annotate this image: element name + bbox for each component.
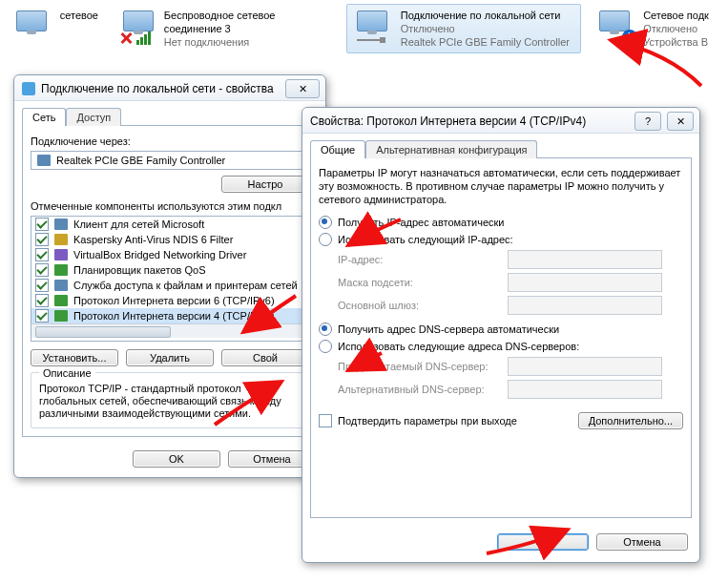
scroll-thumb[interactable]: [35, 326, 171, 338]
list-item-ipv4[interactable]: Протокол Интернета версии 4 (TCP/IPv4): [31, 308, 308, 323]
close-icon: ✕: [299, 83, 307, 95]
radio-icon[interactable]: [319, 323, 332, 336]
checkbox[interactable]: [319, 414, 332, 427]
tab-label: Альтернативная конфигурация: [376, 144, 527, 156]
net-conn-bluetooth[interactable]: ᛒ Сетевое подк Отключено Устройства B: [589, 4, 722, 53]
install-button[interactable]: Установить...: [31, 349, 118, 366]
scrollbar[interactable]: [31, 323, 308, 338]
properties-button[interactable]: Свой: [221, 349, 309, 366]
bluetooth-icon: ᛒ: [622, 30, 637, 45]
net-status: Отключено: [643, 22, 709, 35]
mask-input: [508, 273, 662, 292]
dns2-label: Альтернативный DNS-сервер:: [338, 384, 500, 395]
list-item[interactable]: Служба доступа к файлам и принтерам сете…: [31, 278, 308, 293]
tab-general[interactable]: Общие: [310, 140, 365, 158]
tab-panel: Подключение через: Realtek PCIe GBE Fami…: [22, 125, 318, 437]
description-group: Описание Протокол TCP/IP - стандартный п…: [31, 372, 309, 428]
advanced-button[interactable]: Дополнительно...: [578, 412, 683, 429]
configure-button[interactable]: Настро: [221, 176, 309, 193]
ip-label: IP-адрес:: [338, 254, 500, 265]
radio-auto-dns[interactable]: Получить адрес DNS-сервера автоматически: [319, 323, 683, 336]
component-label: VirtualBox Bridged Networking Driver: [73, 249, 246, 260]
checkbox[interactable]: [35, 309, 49, 323]
component-icon: [54, 264, 68, 276]
close-icon: ✕: [676, 115, 685, 128]
net-conn-lan[interactable]: Подключение по локальной сети Отключено …: [346, 4, 581, 53]
radio-manual-ip[interactable]: Использовать следующий IP-адрес:: [319, 233, 683, 246]
gateway-input: [508, 296, 662, 315]
connection-properties-window: Подключение по локальной сети - свойства…: [13, 74, 326, 478]
checkbox[interactable]: [35, 248, 49, 261]
close-button[interactable]: ✕: [667, 112, 694, 131]
component-icon: [54, 249, 68, 260]
list-item[interactable]: Kaspersky Anti-Virus NDIS 6 Filter: [31, 232, 308, 247]
confirm-on-exit[interactable]: Подтвердить параметры при выходе: [319, 414, 517, 427]
list-item[interactable]: Клиент для сетей Microsoft: [31, 217, 308, 232]
adapter-small-icon: [37, 155, 51, 166]
component-label: Планировщик пакетов QoS: [73, 264, 206, 276]
component-label: Служба доступа к файлам и принтерам сете…: [73, 280, 298, 291]
adapter-icon: [12, 9, 54, 45]
connect-via-label: Подключение через:: [31, 135, 309, 147]
components-list[interactable]: Клиент для сетей Microsoft Kaspersky Ant…: [31, 216, 309, 342]
dialog-buttons: OK Отмена: [14, 445, 325, 477]
help-button[interactable]: ?: [634, 112, 661, 131]
net-conn-wireless[interactable]: Беспроводное сетевое соединение 3 Нет по…: [113, 4, 339, 53]
wireless-icon: [119, 9, 158, 45]
titlebar[interactable]: Свойства: Протокол Интернета версии 4 (T…: [302, 108, 699, 134]
dns-fields: Предпочитаемый DNS-сервер: Альтернативны…: [338, 357, 683, 399]
checkbox[interactable]: [35, 233, 49, 246]
ip-input: [508, 250, 662, 269]
ethernet-icon: [353, 9, 395, 45]
radio-icon[interactable]: [319, 233, 332, 246]
component-icon: [54, 219, 68, 230]
description-title: Описание: [39, 367, 95, 379]
net-conn-item[interactable]: сетевое: [6, 4, 105, 53]
window-icon: [22, 82, 35, 95]
network-connections-bar: сетевое Беспроводное сетевое соединение …: [0, 0, 728, 53]
tab-network[interactable]: Сеть: [22, 108, 66, 126]
button-label: Настро: [248, 178, 283, 190]
net-title: Подключение по локальной сети: [401, 9, 570, 22]
remove-button[interactable]: Удалить: [126, 349, 214, 366]
tab-label: Доступ: [76, 112, 111, 123]
checkbox[interactable]: [35, 263, 49, 277]
titlebar[interactable]: Подключение по локальной сети - свойства…: [14, 75, 325, 101]
net-adapter: Устройства B: [643, 35, 709, 49]
ipv4-properties-window: Свойства: Протокол Интернета версии 4 (T…: [302, 107, 700, 563]
radio-icon[interactable]: [319, 216, 332, 229]
button-label: Свой: [253, 352, 278, 364]
tabs: Сеть Доступ: [22, 107, 325, 125]
ok-button[interactable]: OK: [133, 450, 220, 468]
radio-auto-ip[interactable]: Получить IP-адрес автоматически: [319, 216, 683, 229]
radio-icon[interactable]: [319, 340, 332, 353]
tab-access[interactable]: Доступ: [66, 108, 121, 126]
list-item[interactable]: Планировщик пакетов QoS: [31, 262, 308, 278]
close-button[interactable]: ✕: [285, 79, 320, 98]
dns1-label: Предпочитаемый DNS-сервер:: [338, 361, 500, 372]
component-icon: [54, 295, 68, 306]
tab-alternate[interactable]: Альтернативная конфигурация: [365, 140, 537, 158]
gateway-label: Основной шлюз:: [338, 300, 500, 311]
radio-label: Получить IP-адрес автоматически: [338, 217, 504, 228]
net-adapter: Realtek PCIe GBE Family Controller: [401, 35, 570, 49]
checkbox[interactable]: [35, 218, 49, 231]
components-label: Отмеченные компоненты используются этим …: [31, 200, 309, 212]
button-label: OK: [169, 453, 184, 465]
button-label: Отмена: [253, 453, 290, 465]
checkbox[interactable]: [35, 294, 49, 307]
component-label: Протокол Интернета версии 4 (TCP/IPv4): [73, 310, 275, 322]
list-item[interactable]: VirtualBox Bridged Networking Driver: [31, 247, 308, 262]
ok-button[interactable]: OK: [497, 533, 589, 551]
net-status: Отключено: [401, 22, 570, 35]
list-item[interactable]: Протокол Интернета версии 6 (TCP/IPv6): [31, 293, 308, 308]
window-title: Подключение по локальной сети - свойства: [41, 82, 274, 95]
description-text: Протокол TCP/IP - стандартный протокол г…: [39, 383, 301, 420]
help-icon: ?: [645, 115, 651, 127]
adapter-name: Realtek PCIe GBE Family Controller: [56, 155, 225, 166]
ip-fields: IP-адрес: Маска подсети: Основной шлюз:: [338, 250, 683, 315]
checkbox[interactable]: [35, 279, 49, 292]
radio-manual-dns[interactable]: Использовать следующие адреса DNS-сервер…: [319, 340, 683, 353]
component-icon: [54, 310, 68, 322]
cancel-button[interactable]: Отмена: [596, 533, 688, 551]
